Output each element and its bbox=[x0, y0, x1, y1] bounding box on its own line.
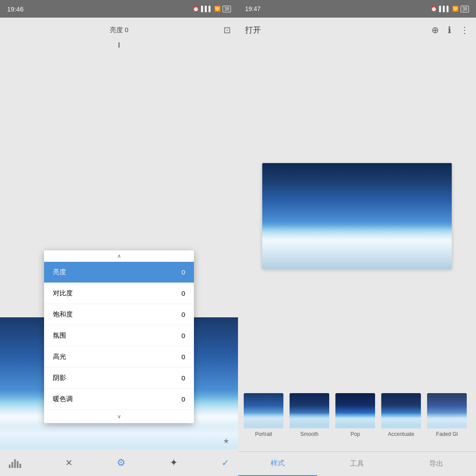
tab-export[interactable]: 导出 bbox=[397, 452, 476, 476]
hist-bar-4 bbox=[17, 461, 19, 468]
tab-style[interactable]: 样式 bbox=[238, 452, 317, 476]
filter-strip: Portrait Smooth Pop bbox=[238, 390, 476, 451]
filter-img-smooth bbox=[290, 393, 329, 428]
right-status-icons: ⏰ ▌▌▌ 🛜 38 bbox=[431, 6, 469, 12]
filter-thumb-faded bbox=[427, 393, 467, 428]
filter-thumb-smooth bbox=[290, 393, 329, 428]
adj-item-saturation[interactable]: 饱和度 0 bbox=[44, 304, 194, 325]
open-label[interactable]: 打开 bbox=[245, 25, 261, 35]
right-signal-icon: ▌▌▌ bbox=[439, 6, 450, 12]
adjustment-panel[interactable]: ∧ 亮度 0 对比度 0 饱和度 0 氛围 0 高光 0 bbox=[44, 250, 194, 423]
adj-label-highlights: 高光 bbox=[53, 353, 66, 361]
adjust-button[interactable]: ⚙ bbox=[117, 457, 126, 469]
filter-cloud-pop bbox=[335, 413, 375, 428]
adj-label-brightness: 亮度 bbox=[53, 268, 66, 276]
panel-arrow-down[interactable]: ∨ bbox=[44, 410, 194, 423]
filter-cloud-portrait bbox=[244, 413, 283, 428]
adj-item-highlights[interactable]: 高光 0 bbox=[44, 346, 194, 368]
filter-img-pop bbox=[335, 393, 375, 428]
filter-thumb-portrait bbox=[244, 393, 283, 428]
filter-img-accentuate bbox=[381, 393, 421, 428]
right-toolbar: 打开 ⊕ ℹ ⋮ bbox=[238, 18, 476, 42]
filter-thumb-accentuate bbox=[381, 393, 421, 428]
filter-smooth[interactable]: Smooth bbox=[288, 393, 331, 437]
adj-item-contrast[interactable]: 对比度 0 bbox=[44, 283, 194, 304]
signal-icon: ▌▌▌ bbox=[201, 6, 212, 12]
right-toolbar-icons: ⊕ ℹ ⋮ bbox=[431, 25, 469, 35]
more-icon[interactable]: ⋮ bbox=[460, 25, 469, 35]
adj-label-shadows: 阴影 bbox=[53, 374, 66, 382]
adj-value-shadows: 0 bbox=[182, 374, 185, 382]
filter-label-portrait: Portrait bbox=[255, 431, 272, 437]
right-status-bar: 19:47 ⏰ ▌▌▌ 🛜 38 bbox=[238, 0, 476, 18]
left-toolbar: 亮度 0 ⊡ bbox=[0, 18, 238, 42]
right-bottom-nav: 样式 工具 导出 bbox=[238, 451, 476, 476]
bookmark-icon: ★ bbox=[223, 437, 229, 445]
adj-value-saturation: 0 bbox=[182, 311, 185, 318]
confirm-button[interactable]: ✓ bbox=[222, 457, 229, 468]
tab-export-label: 导出 bbox=[429, 459, 443, 469]
battery-icon: 38 bbox=[223, 6, 231, 12]
adj-value-contrast: 0 bbox=[182, 290, 185, 297]
tab-tools[interactable]: 工具 bbox=[317, 452, 397, 476]
info-icon[interactable]: ℹ bbox=[448, 25, 451, 35]
layers-icon[interactable]: ⊕ bbox=[431, 25, 439, 35]
left-status-bar: 19:46 ⏰ ▌▌▌ 🛜 38 bbox=[0, 0, 238, 18]
filter-cloud-accentuate bbox=[381, 413, 421, 428]
filter-label-smooth: Smooth bbox=[300, 431, 318, 437]
filter-cloud-smooth bbox=[290, 413, 329, 428]
adj-value-warmth: 0 bbox=[182, 395, 185, 403]
compare-icon[interactable]: ⊡ bbox=[223, 25, 231, 35]
right-alarm-icon: ⏰ bbox=[431, 6, 437, 12]
filter-accentuate[interactable]: Accentuate bbox=[380, 393, 422, 437]
filter-scroll: Portrait Smooth Pop bbox=[238, 393, 476, 437]
adj-item-warmth[interactable]: 暖色调 0 bbox=[44, 389, 194, 410]
tab-tools-label: 工具 bbox=[350, 459, 364, 469]
brightness-label: 亮度 0 bbox=[110, 26, 129, 34]
adj-value-atmosphere: 0 bbox=[182, 332, 185, 339]
histogram-icon bbox=[9, 457, 21, 468]
left-panel: 19:46 ⏰ ▌▌▌ 🛜 38 亮度 0 ⊡ ∧ 亮度 0 bbox=[0, 0, 238, 476]
right-image-container bbox=[238, 42, 476, 390]
histogram-button[interactable] bbox=[9, 457, 21, 468]
panel-arrow-up[interactable]: ∧ bbox=[44, 250, 194, 262]
wifi-icon: 🛜 bbox=[214, 6, 221, 12]
left-bottom-bar: ✕ ⚙ ✦ ✓ ★ bbox=[0, 450, 238, 476]
filter-img-faded bbox=[427, 393, 467, 428]
hist-bar-2 bbox=[11, 462, 13, 468]
filter-label-faded: Faded Gl bbox=[436, 431, 457, 437]
adj-label-warmth: 暖色调 bbox=[53, 395, 73, 403]
left-image-area: ∧ 亮度 0 对比度 0 饱和度 0 氛围 0 高光 0 bbox=[0, 42, 238, 450]
adj-item-shadows[interactable]: 阴影 0 bbox=[44, 368, 194, 389]
tab-style-label: 样式 bbox=[271, 459, 285, 468]
right-time: 19:47 bbox=[245, 5, 260, 12]
filter-portrait[interactable]: Portrait bbox=[242, 393, 285, 437]
cancel-button[interactable]: ✕ bbox=[65, 457, 73, 468]
filter-label-pop: Pop bbox=[350, 431, 360, 437]
filter-pop[interactable]: Pop bbox=[334, 393, 376, 437]
right-cloud-layer bbox=[262, 225, 452, 269]
adj-label-contrast: 对比度 bbox=[53, 289, 73, 298]
adj-item-atmosphere[interactable]: 氛围 0 bbox=[44, 325, 194, 346]
right-sky-image bbox=[262, 163, 452, 269]
adj-label-atmosphere: 氛围 bbox=[53, 331, 66, 340]
adj-item-brightness[interactable]: 亮度 0 bbox=[44, 262, 194, 283]
left-time: 19:46 bbox=[7, 5, 24, 13]
filter-img-portrait bbox=[244, 393, 283, 428]
hist-bar-5 bbox=[19, 464, 21, 468]
right-panel: 19:47 ⏰ ▌▌▌ 🛜 38 打开 ⊕ ℹ ⋮ bbox=[238, 0, 476, 476]
filter-label-accentuate: Accentuate bbox=[388, 431, 414, 437]
hist-bar-1 bbox=[9, 465, 11, 468]
adj-value-highlights: 0 bbox=[182, 353, 185, 361]
filter-faded[interactable]: Faded Gl bbox=[426, 393, 468, 437]
auto-enhance-button[interactable]: ✦ bbox=[170, 457, 178, 469]
hist-bar-3 bbox=[14, 459, 16, 468]
alarm-icon: ⏰ bbox=[193, 6, 199, 12]
filter-thumb-pop bbox=[335, 393, 375, 428]
right-battery-icon: 38 bbox=[461, 6, 469, 12]
adj-label-saturation: 饱和度 bbox=[53, 310, 73, 319]
adj-value-brightness: 0 bbox=[182, 268, 185, 276]
right-wifi-icon: 🛜 bbox=[452, 6, 459, 12]
filter-cloud-faded bbox=[427, 413, 467, 428]
left-status-icons: ⏰ ▌▌▌ 🛜 38 bbox=[193, 6, 231, 12]
